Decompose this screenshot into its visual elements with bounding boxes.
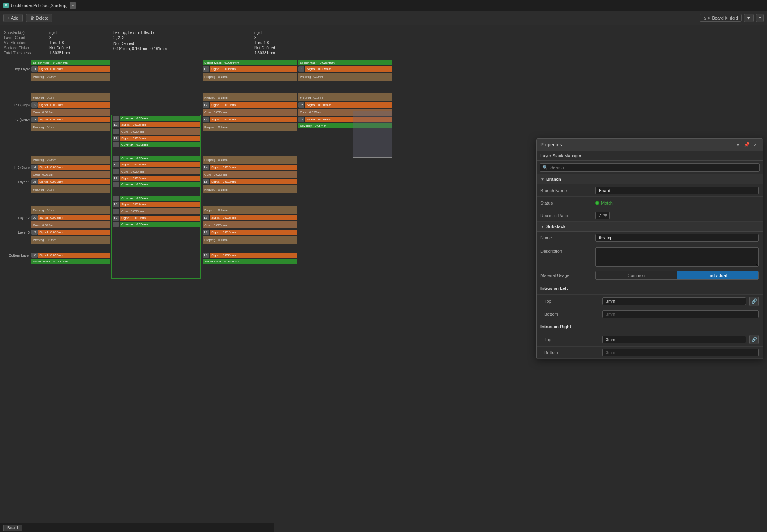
dropdown-button[interactable]: ▼ bbox=[744, 14, 754, 22]
layer-prepreg4-left: Prepreg 0.1mm bbox=[4, 155, 110, 164]
layer-prepreg7-left: Prepreg 0.1mm bbox=[4, 235, 110, 244]
layer-core1-right: Core 0.025mm bbox=[203, 108, 297, 116]
intrusion-right-bottom-input[interactable] bbox=[602, 349, 759, 356]
toolbar-right: ⌂ ▶ Board ▶ rigid ▼ ≡ bbox=[700, 14, 764, 22]
meta-col1: Substack(s)rigid Layer Count8 Via Struct… bbox=[4, 31, 74, 55]
prop-intrusion-left-top: Top 🔗 bbox=[537, 295, 763, 308]
layer-prepreg1-left: Prepreg 0.1mm bbox=[4, 72, 110, 81]
prop-intrusion-left-bottom-label: Bottom bbox=[544, 312, 599, 316]
panel-dropdown-button[interactable]: ▼ bbox=[735, 141, 742, 148]
realistic-ratio-select[interactable]: ✓ bbox=[595, 212, 610, 219]
delete-button[interactable]: 🗑 Delete bbox=[26, 14, 52, 22]
properties-panel: Properties ▼ 📌 × Layer Stack Manager 🔍 ▼… bbox=[536, 138, 763, 359]
layer-layer2-left: Layer 2 L6 Signal 0.018mm bbox=[4, 215, 110, 221]
layer-prepreg7-right: Prepreg 0.1mm bbox=[203, 235, 297, 244]
layer-layer2-right: L6 Signal 0.018mm bbox=[203, 215, 297, 221]
meta-totalthickness-val2: 0.161mm, 0.161mm, 0.161mm bbox=[113, 47, 207, 51]
layer-in1-right: L2 Signal 0.018mm bbox=[203, 102, 297, 108]
home-icon: ⌂ bbox=[703, 16, 706, 20]
layer-in1-left: In1 (Sign) L2 Signal 0.018mm bbox=[4, 102, 110, 108]
prop-intrusion-right-top: Top 🔗 bbox=[537, 333, 763, 347]
layer-flex3-l2: L2 Signal 0.018mm bbox=[112, 215, 200, 221]
panel-title: Properties bbox=[540, 142, 562, 147]
layer-in3-left: In3 (Sign) L4 Signal 0.018mm bbox=[4, 164, 110, 170]
intrusion-left-bottom-input[interactable] bbox=[602, 310, 759, 318]
panel-body[interactable]: ▼ Branch Branch Name Status Match Realis… bbox=[537, 174, 763, 359]
substack-name-input[interactable] bbox=[595, 234, 759, 242]
layer-prepreg6-left: Prepreg 0.1mm bbox=[4, 206, 110, 214]
stack-rigid-far-right: Solder Mask 0.0254mm L1 Signal 0.035mm P… bbox=[298, 60, 392, 279]
meta-col3: rigid 8 Thru 1:8 Not Defined 1.30381mm bbox=[254, 31, 325, 55]
prop-material-usage-label: Material Usage bbox=[540, 273, 595, 278]
layer-layer1-left: Layer 1 L5 Signal 0.018mm bbox=[4, 179, 110, 185]
material-btn-group: Common Individual bbox=[595, 271, 759, 280]
link-icon-left[interactable]: 🔗 bbox=[749, 297, 759, 306]
layer-flex2-l1: L1 Signal 0.018mm bbox=[112, 162, 200, 167]
layer-core2-left: Core 0.025mm bbox=[4, 171, 110, 178]
section-branch-header[interactable]: ▼ Branch bbox=[537, 174, 763, 184]
layer-prepreg3-left: Prepreg 0.1mm bbox=[4, 123, 110, 131]
prop-name: Name bbox=[537, 232, 763, 244]
layer-soldermask-top-right: Solder Mask 0.0254mm bbox=[203, 60, 297, 66]
common-button[interactable]: Common bbox=[596, 271, 677, 279]
layer-in2-left: In2 (GND) L3 Signal 0.018mm bbox=[4, 117, 110, 122]
intrusion-right-top-input[interactable] bbox=[602, 336, 746, 343]
layer-coverlay-bot3: Coverlay 0.05mm bbox=[112, 221, 200, 227]
prop-status-label: Status bbox=[540, 201, 595, 205]
spacer4 bbox=[4, 244, 110, 252]
menu-button[interactable]: ≡ bbox=[756, 14, 764, 22]
prop-intrusion-right-header: Intrusion Right bbox=[537, 320, 763, 333]
meta-layercount-val2: 2, 2, 2 bbox=[113, 36, 207, 40]
panel-close-button[interactable]: × bbox=[752, 141, 759, 148]
breadcrumb-rigid: rigid bbox=[730, 16, 738, 20]
bottom-tab-bar: Board bbox=[0, 523, 274, 532]
prop-intrusion-right-top-label: Top bbox=[544, 337, 599, 342]
individual-button[interactable]: Individual bbox=[677, 271, 758, 279]
prop-realistic-ratio: Realistic Ratio ✓ bbox=[537, 209, 763, 222]
section-branch-label: Branch bbox=[546, 177, 561, 182]
layer-prepreg1-right: Prepreg 0.1mm bbox=[203, 72, 297, 81]
description-textarea[interactable] bbox=[595, 247, 759, 267]
meta-surfacefinish-val2: Not Defined bbox=[113, 41, 207, 46]
layer-flex3-core: Core 0.025mm bbox=[112, 208, 200, 215]
title-bar-text: bookbinder.PcbDoc [Stackup] bbox=[11, 3, 67, 8]
search-input[interactable] bbox=[540, 163, 760, 172]
link-icon-right[interactable]: 🔗 bbox=[749, 335, 759, 344]
stack-rigid-right: Solder Mask 0.0254mm L1 Signal 0.035mm P… bbox=[203, 60, 297, 279]
main-content: Substack(s)rigid Layer Count8 Via Struct… bbox=[0, 25, 767, 532]
title-bar: P bookbinder.PcbDoc [Stackup] × bbox=[0, 0, 767, 11]
prop-branch-name-label: Branch Name bbox=[540, 188, 595, 193]
prop-status: Status Match bbox=[537, 197, 763, 209]
layer-soldermask-top-left: Solder Mask 0.0254mm bbox=[4, 60, 110, 66]
panel-subtitle: Layer Stack Manager bbox=[537, 151, 763, 161]
panel-controls: ▼ 📌 × bbox=[735, 141, 759, 148]
layer-prepreg2-right: Prepreg 0.1mm bbox=[203, 93, 297, 102]
intrusion-left-top-input[interactable] bbox=[602, 297, 746, 305]
panel-pin-button[interactable]: 📌 bbox=[743, 141, 750, 148]
layer-core3-left: Core 0.025mm bbox=[4, 221, 110, 229]
layer-core3-right: Core 0.025mm bbox=[203, 221, 297, 229]
meta-surfacefinish-val1: Not Defined bbox=[49, 46, 70, 50]
layer-prepreg2-left: Prepreg 0.1mm bbox=[4, 93, 110, 102]
status-dot bbox=[595, 201, 599, 205]
meta-substacks-label: Substack(s) bbox=[4, 31, 47, 35]
prop-description: Description bbox=[537, 244, 763, 269]
search-icon: 🔍 bbox=[542, 165, 548, 170]
bottom-tab-board[interactable]: Board bbox=[3, 525, 22, 531]
layer-soldermask-bottom-right: Solder Mask 0.0254mm bbox=[203, 259, 297, 264]
add-button[interactable]: + Add bbox=[3, 14, 23, 22]
section-branch-arrow: ▼ bbox=[540, 177, 544, 182]
close-button[interactable]: × bbox=[70, 2, 76, 9]
branch-name-input[interactable] bbox=[595, 187, 759, 194]
layer-flex-l2: L2 Signal 0.018mm bbox=[112, 135, 200, 141]
layer-coverlay-top3: Coverlay 0.05mm bbox=[112, 195, 200, 201]
prop-intrusion-left-top-label: Top bbox=[544, 299, 599, 304]
meta-surfacefinish-label: Surface Finish bbox=[4, 46, 47, 50]
spacer1 bbox=[4, 81, 110, 93]
meta-viastructure-label: Via Structure bbox=[4, 41, 47, 45]
status-match-indicator: Match bbox=[595, 201, 613, 205]
meta-layercount-val1: 8 bbox=[49, 36, 52, 40]
layer-prepreg6-right: Prepreg 0.1mm bbox=[203, 206, 297, 214]
prop-realistic-ratio-label: Realistic Ratio bbox=[540, 213, 595, 218]
section-substack-header[interactable]: ▼ Substack bbox=[537, 222, 763, 232]
